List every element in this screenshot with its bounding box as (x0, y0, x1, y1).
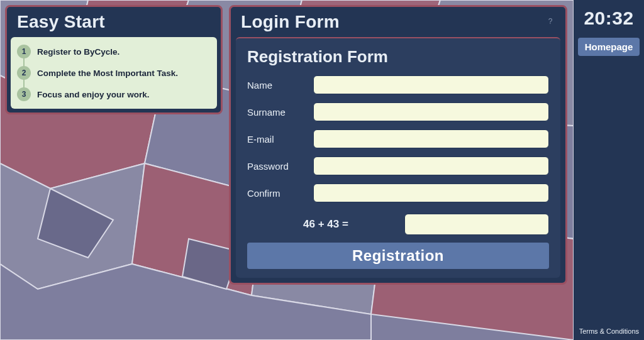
step-item: 1 Register to ByCycle. (11, 41, 217, 62)
name-label: Name (247, 80, 313, 90)
step-item: 3 Focus and enjoy your work. (11, 84, 217, 105)
registration-form: Registration Form Name Surname E-mail Pa… (236, 37, 560, 278)
step-item: 2 Complete the Most Important Task. (11, 62, 217, 84)
name-input[interactable] (313, 75, 549, 94)
step-number-badge: 2 (17, 66, 31, 80)
step-text: Complete the Most Important Task. (37, 69, 178, 78)
confirm-input[interactable] (313, 184, 549, 202)
registration-button[interactable]: Registration (247, 243, 549, 269)
password-input[interactable] (313, 156, 549, 175)
step-number-badge: 3 (17, 87, 31, 101)
captcha-input[interactable] (404, 214, 549, 235)
clock: 20:32 (584, 8, 633, 29)
field-row-surname: Surname (247, 102, 549, 121)
field-row-email: E-mail (247, 129, 549, 148)
step-number-badge: 1 (17, 45, 31, 58)
help-icon[interactable]: ? (545, 17, 555, 27)
field-row-confirm: Confirm (247, 184, 549, 202)
field-row-password: Password (247, 156, 549, 175)
homepage-button[interactable]: Homepage (578, 38, 640, 56)
steps-list: 1 Register to ByCycle. 2 Complete the Mo… (11, 37, 217, 109)
captcha-row: 46 + 43 = (247, 214, 549, 235)
easy-start-title: Easy Start (17, 12, 211, 32)
login-title-row: Login Form ? (235, 7, 562, 37)
email-input[interactable] (313, 129, 549, 148)
login-form-title: Login Form (241, 12, 340, 32)
step-text: Register to ByCycle. (37, 47, 119, 57)
login-panel: Login Form ? Registration Form Name Surn… (229, 5, 567, 285)
right-sidebar: 20:32 Homepage Terms & Conditions (574, 0, 644, 340)
terms-link[interactable]: Terms & Conditions (579, 327, 639, 335)
password-label: Password (247, 161, 313, 172)
email-label: E-mail (247, 134, 313, 145)
surname-input[interactable] (313, 102, 549, 121)
captcha-question: 46 + 43 = (247, 218, 404, 231)
field-row-name: Name (247, 75, 549, 94)
easy-start-panel: Easy Start 1 Register to ByCycle. 2 Comp… (5, 5, 223, 114)
surname-label: Surname (247, 107, 313, 118)
registration-form-title: Registration Form (247, 47, 549, 67)
confirm-label: Confirm (247, 188, 313, 199)
step-text: Focus and enjoy your work. (37, 90, 150, 99)
